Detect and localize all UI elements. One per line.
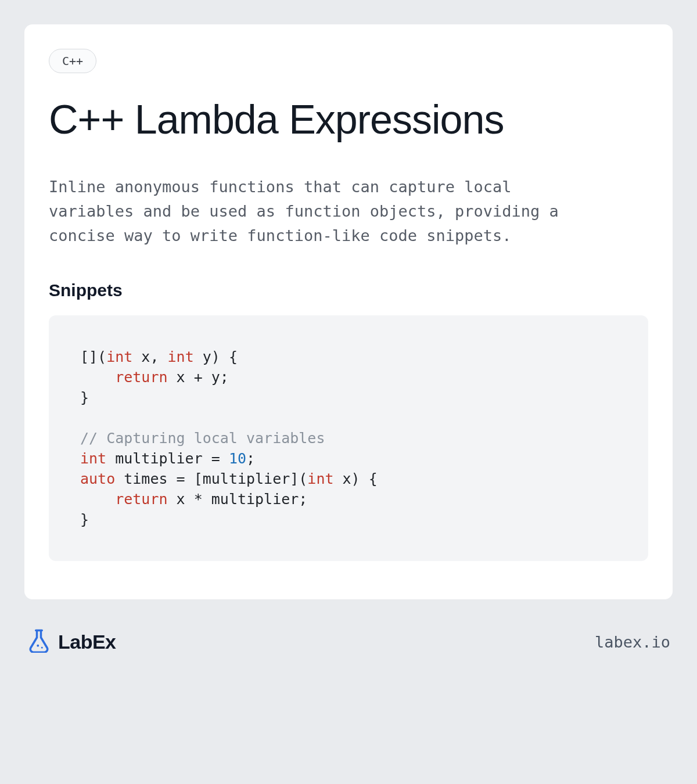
brand-url: labex.io <box>595 633 670 651</box>
brand: LabEx <box>27 628 116 655</box>
svg-point-0 <box>37 645 39 647</box>
description: Inline anonymous functions that can capt… <box>49 175 560 248</box>
footer: LabEx labex.io <box>24 628 673 655</box>
content-card: C++ C++ Lambda Expressions Inline anonym… <box>24 24 673 599</box>
language-badge: C++ <box>49 49 96 73</box>
code-snippet: [](int x, int y) { return x + y; } // Ca… <box>49 315 648 561</box>
svg-point-1 <box>41 647 43 649</box>
brand-name: LabEx <box>58 631 116 653</box>
page-title: C++ Lambda Expressions <box>49 98 648 142</box>
flask-icon <box>27 628 51 655</box>
snippets-heading: Snippets <box>49 280 648 300</box>
